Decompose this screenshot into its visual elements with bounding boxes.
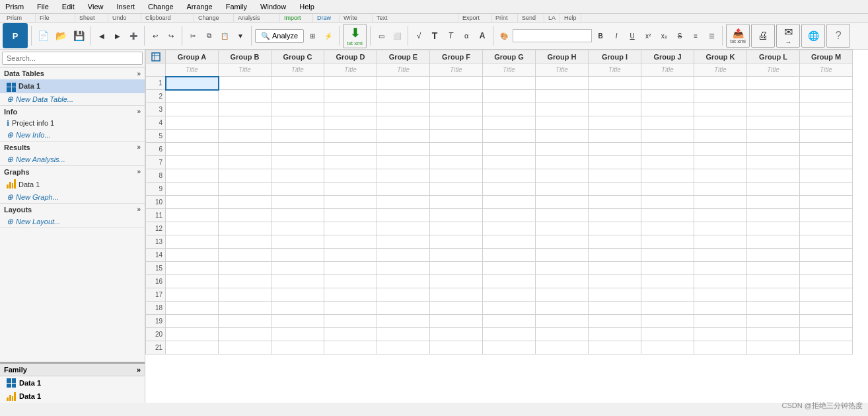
send-btn[interactable]: ✉ →	[776, 24, 800, 48]
cell-r13-c5[interactable]	[377, 235, 430, 249]
nav-section-header-info[interactable]: Info »	[0, 106, 145, 118]
col-title-j[interactable]: Title	[641, 63, 694, 77]
paste-dropdown-btn[interactable]: ▼	[233, 28, 248, 43]
cell-r2-c11[interactable]	[694, 90, 747, 103]
oval-btn[interactable]: ⬜	[390, 28, 404, 43]
cell-r8-c1[interactable]	[166, 169, 219, 183]
cell-r17-c3[interactable]	[271, 288, 324, 302]
cell-r7-c4[interactable]	[324, 156, 377, 169]
cell-r12-c11[interactable]	[694, 222, 747, 235]
cell-r18-c12[interactable]	[747, 302, 800, 315]
cell-r5-c8[interactable]	[536, 130, 589, 143]
cell-r13-c12[interactable]	[747, 235, 800, 249]
cell-r11-c8[interactable]	[536, 209, 589, 222]
cell-r15-c9[interactable]	[589, 262, 641, 275]
font-name-field[interactable]	[513, 29, 592, 42]
cell-r17-c5[interactable]	[377, 288, 430, 302]
cell-r18-c1[interactable]	[166, 302, 219, 315]
cell-r9-c5[interactable]	[377, 183, 430, 196]
align-btn[interactable]: ≡	[688, 28, 703, 43]
cell-r17-c8[interactable]	[536, 288, 589, 302]
cell-r10-c8[interactable]	[536, 196, 589, 209]
cell-r6-c6[interactable]	[430, 143, 483, 156]
col-title-g[interactable]: Title	[483, 63, 536, 77]
cell-r2-c8[interactable]	[536, 90, 589, 103]
cell-r8-c11[interactable]	[694, 169, 747, 183]
redo-btn[interactable]: ↪	[164, 28, 178, 43]
cell-r7-c12[interactable]	[747, 156, 800, 169]
nav-section-header-graphs[interactable]: Graphs »	[0, 166, 145, 178]
nav-item-project-info[interactable]: ℹ Project info 1	[0, 118, 145, 129]
cell-r15-c2[interactable]	[219, 262, 271, 275]
cell-r20-c2[interactable]	[219, 328, 271, 341]
cell-r16-c2[interactable]	[219, 275, 271, 288]
cell-r17-c12[interactable]	[747, 288, 800, 302]
cell-r10-c2[interactable]	[219, 196, 271, 209]
nav-item-new-info[interactable]: ⊕ New Info...	[0, 129, 145, 141]
cell-r3-c5[interactable]	[377, 103, 430, 116]
sheet-prev-btn[interactable]: ◀	[94, 28, 109, 43]
cell-r7-c11[interactable]	[694, 156, 747, 169]
cell-r4-c9[interactable]	[589, 116, 641, 130]
cell-r13-c2[interactable]	[219, 235, 271, 249]
col-title-f[interactable]: Title	[430, 63, 483, 77]
cell-r15-c13[interactable]	[800, 262, 853, 275]
cell-r11-c11[interactable]	[694, 209, 747, 222]
cell-r1-c1[interactable]	[166, 77, 219, 90]
cell-r13-c13[interactable]	[800, 235, 853, 249]
col-title-b[interactable]: Title	[219, 63, 271, 77]
cell-r8-c3[interactable]	[271, 169, 324, 183]
cell-r4-c8[interactable]	[536, 116, 589, 130]
cell-r21-c6[interactable]	[430, 341, 483, 354]
cell-r5-c1[interactable]	[166, 130, 219, 143]
cell-r10-c7[interactable]	[483, 196, 536, 209]
col-header-d[interactable]: Group D	[324, 50, 377, 63]
cell-r6-c11[interactable]	[694, 143, 747, 156]
cell-r3-c8[interactable]	[536, 103, 589, 116]
cell-r8-c8[interactable]	[536, 169, 589, 183]
cell-r21-c5[interactable]	[377, 341, 430, 354]
cell-r8-c7[interactable]	[483, 169, 536, 183]
cell-r20-c3[interactable]	[271, 328, 324, 341]
cell-r19-c5[interactable]	[377, 315, 430, 328]
cell-r13-c7[interactable]	[483, 235, 536, 249]
cell-r1-c3[interactable]	[271, 77, 324, 90]
cell-r7-c1[interactable]	[166, 156, 219, 169]
cell-r16-c13[interactable]	[800, 275, 853, 288]
paste-btn[interactable]: 📋	[217, 28, 232, 43]
cell-r14-c11[interactable]	[694, 249, 747, 262]
cell-r16-c12[interactable]	[747, 275, 800, 288]
menu-file[interactable]: File	[34, 1, 52, 12]
cell-r14-c9[interactable]	[589, 249, 641, 262]
cell-r16-c4[interactable]	[324, 275, 377, 288]
cell-r3-c7[interactable]	[483, 103, 536, 116]
cell-r18-c5[interactable]	[377, 302, 430, 315]
cell-r10-c12[interactable]	[747, 196, 800, 209]
cell-r1-c4[interactable]	[324, 77, 377, 90]
cell-r21-c4[interactable]	[324, 341, 377, 354]
cell-r15-c1[interactable]	[166, 262, 219, 275]
cell-r19-c12[interactable]	[747, 315, 800, 328]
cell-r15-c11[interactable]	[694, 262, 747, 275]
cell-r17-c9[interactable]	[589, 288, 641, 302]
col-header-c[interactable]: Group C	[271, 50, 324, 63]
cell-r12-c10[interactable]	[641, 222, 694, 235]
cell-r6-c10[interactable]	[641, 143, 694, 156]
cell-r3-c11[interactable]	[694, 103, 747, 116]
cell-r20-c7[interactable]	[483, 328, 536, 341]
nav-item-data1[interactable]: Data 1	[0, 79, 145, 93]
col-header-j[interactable]: Group J	[641, 50, 694, 63]
cell-r18-c11[interactable]	[694, 302, 747, 315]
nav-item-new-analysis[interactable]: ⊕ New Analysis...	[0, 153, 145, 165]
col-title-i[interactable]: Title	[589, 63, 641, 77]
cell-r8-c5[interactable]	[377, 169, 430, 183]
cell-r11-c6[interactable]	[430, 209, 483, 222]
cell-r15-c4[interactable]	[324, 262, 377, 275]
cell-r10-c13[interactable]	[800, 196, 853, 209]
big-t-btn[interactable]: T	[427, 28, 442, 43]
cell-r16-c1[interactable]	[166, 275, 219, 288]
cell-r21-c11[interactable]	[694, 341, 747, 354]
cell-r1-c5[interactable]	[377, 77, 430, 90]
cell-r5-c10[interactable]	[641, 130, 694, 143]
col-header-g[interactable]: Group G	[483, 50, 536, 63]
